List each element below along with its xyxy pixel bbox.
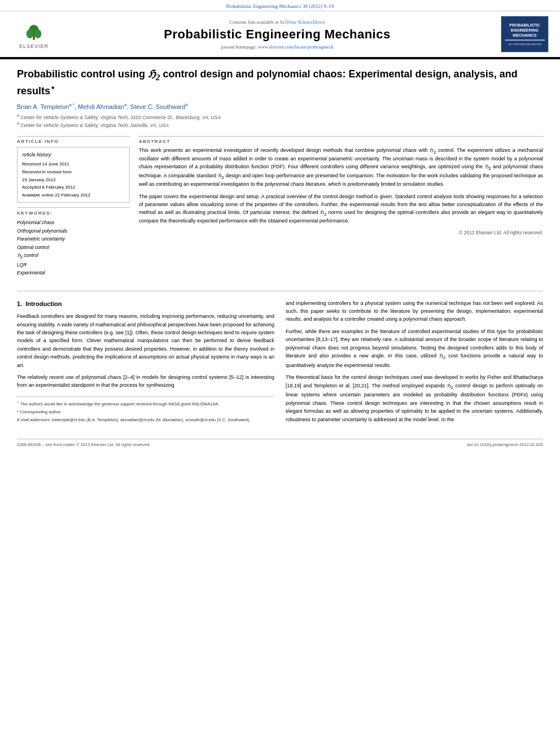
footnote-2: * Corresponding author. — [17, 409, 274, 415]
svg-point-3 — [34, 29, 41, 38]
bottom-bar: 0266-8920/$ – see front matter © 2012 El… — [17, 439, 543, 447]
intro-para-4: Further, while there are examples in the… — [286, 327, 543, 369]
history-label: Article history: — [22, 151, 125, 159]
title-note: ⋆ — [50, 84, 55, 92]
abstract-para-2: The paper covers the experimental design… — [139, 193, 543, 225]
section-num: 1. — [17, 300, 22, 307]
keyword-4: ℌ2 control — [17, 251, 130, 261]
logo-title: PROBABILISTICENGINEERINGMECHANICS — [509, 23, 540, 38]
abstract-text: This work presents an experimental inves… — [139, 147, 543, 225]
section-1-heading: 1. Introduction — [17, 299, 274, 309]
footnote-area: ⋆ The authors would like to acknowledge … — [17, 396, 274, 423]
intro-para-2: The relatively recent use of polynomial … — [17, 373, 274, 390]
keyword-3: Optimal control — [17, 243, 130, 251]
intro-para-5: The theoretical basis for the control de… — [286, 373, 543, 423]
top-bar: Probabilistic Engineering Mechanics 30 (… — [0, 0, 560, 11]
info-abstract-section: ARTICLE INFO Article history: Received 1… — [17, 136, 543, 283]
homepage-link[interactable]: www.elsevier.com/locate/probengmech — [258, 44, 334, 50]
h2-math: ℌ2 — [148, 68, 160, 80]
journal-citation: Probabilistic Engineering Mechanics 30 (… — [226, 3, 334, 9]
svg-point-2 — [27, 29, 33, 38]
journal-header-center: Contents lists available at SciVerse Sci… — [56, 19, 498, 50]
main-content: Probabilistic control using ℌ2 control d… — [0, 59, 560, 439]
article-info-label: ARTICLE INFO — [17, 139, 130, 144]
abstract-para-1: This work presents an experimental inves… — [139, 147, 543, 189]
intro-para-1: Feedback controllers are designed for ma… — [17, 312, 274, 369]
article-title: Probabilistic control using ℌ2 control d… — [17, 67, 543, 98]
affiliation-a: a Center for Vehicle Systems & Safety, V… — [17, 113, 543, 121]
keywords-list: Polynomial chaos Orthogonal polynomials … — [17, 219, 130, 277]
article-info-section: ARTICLE INFO Article history: Received 1… — [17, 137, 130, 277]
elsevier-logo: ELSEVIER — [11, 20, 56, 49]
affiliations: a Center for Vehicle Systems & Safety, V… — [17, 113, 543, 129]
keywords-section: Keywords: Polynomial chaos Orthogonal po… — [17, 207, 130, 277]
section-divider — [17, 291, 543, 291]
accepted-date: Accepted 8 February 2012 — [22, 184, 125, 191]
keyword-6: Experimental — [17, 269, 130, 277]
copyright-line: © 2012 Elsevier Ltd. All rights reserved… — [139, 230, 543, 235]
body-section: 1. Introduction Feedback controllers are… — [17, 299, 543, 427]
body-col-left: 1. Introduction Feedback controllers are… — [17, 299, 274, 427]
footnote-3: E-mail addresses: batemple@vt.edu (B.A. … — [17, 417, 274, 423]
authors-line: Brian A. Templetona,*, Mehdi Ahmadiana, … — [17, 102, 543, 110]
right-col: ABSTRACT This work presents an experimen… — [139, 136, 543, 283]
homepage-line: journal homepage: www.elsevier.com/locat… — [56, 44, 498, 50]
keywords-label: Keywords: — [17, 211, 130, 216]
left-col: ARTICLE INFO Article history: Received 1… — [17, 136, 130, 283]
footnote-1: ⋆ The authors would like to acknowledge … — [17, 400, 274, 407]
keyword-5: LQR — [17, 261, 130, 269]
keyword-2: Parametric uncertainty — [17, 235, 130, 243]
received-revised-label: Received in revised form — [22, 168, 125, 176]
intro-para-3: and implementing controllers for a physi… — [286, 299, 543, 324]
elsevier-tree-icon — [23, 20, 45, 42]
logo-subtitle: An International Journal — [508, 42, 541, 46]
affiliation-b: b Center for Vehicle Systems & Safety, V… — [17, 121, 543, 129]
elsevier-text: ELSEVIER — [19, 43, 49, 49]
journal-header: ELSEVIER Contents lists available at Sci… — [0, 11, 560, 58]
body-col-right: and implementing controllers for a physi… — [286, 299, 543, 427]
keyword-1: Orthogonal polynomials — [17, 227, 130, 235]
sciversedirect-link[interactable]: SciVerse ScienceDirect — [280, 19, 325, 25]
article-history-box: Article history: Received 14 June 2011 R… — [17, 147, 130, 203]
bottom-left: 0266-8920/$ – see front matter © 2012 El… — [17, 442, 151, 447]
contents-line: Contents lists available at SciVerse Sci… — [56, 19, 498, 25]
received-date: Received 14 June 2011 — [22, 160, 125, 168]
journal-logo-box: PROBABILISTICENGINEERINGMECHANICS An Int… — [501, 16, 549, 53]
journal-title: Probabilistic Engineering Mechanics — [56, 27, 498, 42]
keyword-0: Polynomial chaos — [17, 219, 130, 226]
journal-header-right: PROBABILISTICENGINEERINGMECHANICS An Int… — [498, 16, 549, 53]
bottom-right: doi:10.1016/j.probengmech.2012.02.003 — [467, 442, 543, 447]
abstract-section: ABSTRACT This work presents an experimen… — [139, 137, 543, 235]
revised-date: 23 January 2012 — [22, 176, 125, 184]
available-online: Available online 22 February 2012 — [22, 191, 125, 199]
abstract-label: ABSTRACT — [139, 139, 543, 144]
